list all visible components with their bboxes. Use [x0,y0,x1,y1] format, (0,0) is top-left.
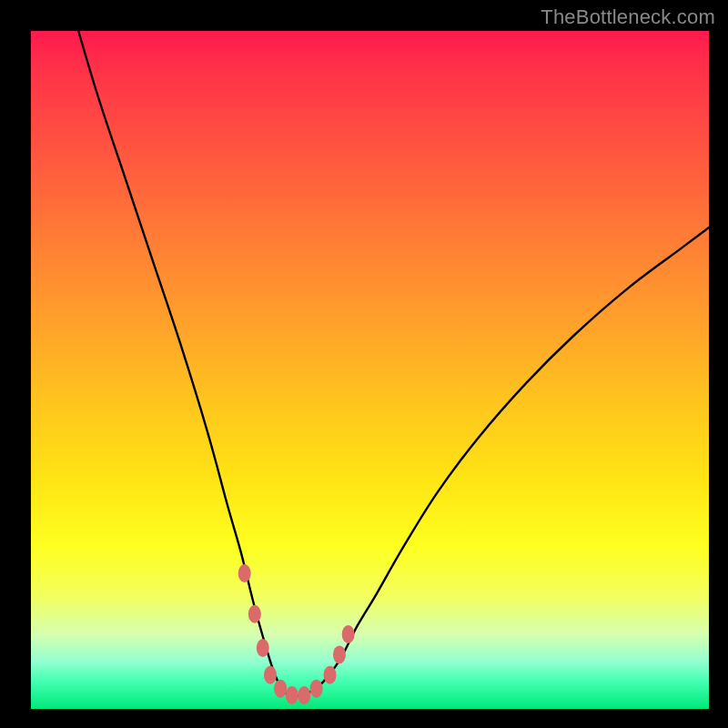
marker-dot [248,605,261,623]
marker-dot [257,639,269,657]
marker-dot [274,680,287,698]
marker-dot [298,686,310,704]
marker-dot [238,564,251,582]
plot-area [31,31,709,709]
marker-dot [310,680,323,698]
highlight-markers [238,564,355,704]
marker-dot [264,666,277,684]
chart-frame: TheBottleneck.com [0,0,728,728]
bottleneck-curve [78,31,709,696]
marker-dot [333,645,346,663]
marker-dot [342,625,355,643]
marker-dot [286,686,298,704]
marker-dot [324,666,337,684]
watermark-text: TheBottleneck.com [541,5,715,29]
curve-layer [31,31,709,709]
